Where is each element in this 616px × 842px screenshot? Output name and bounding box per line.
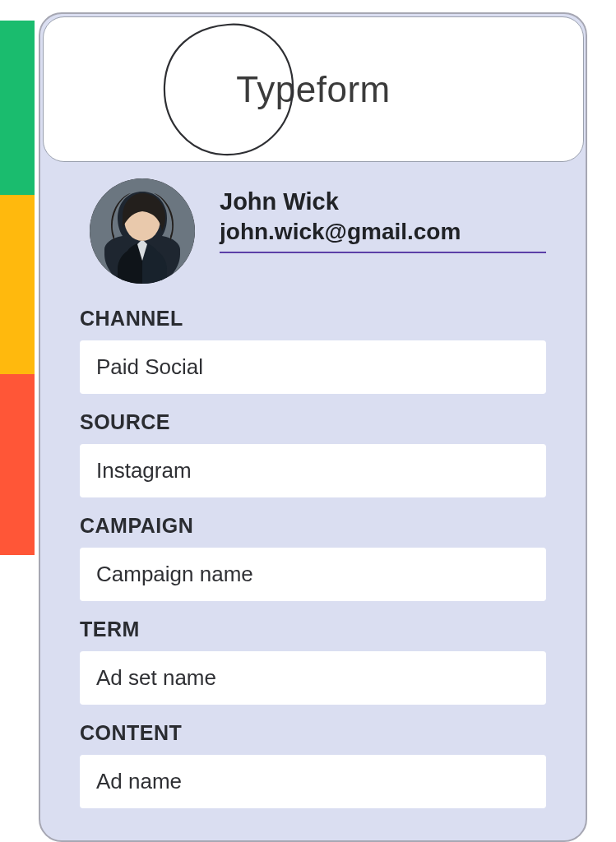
sidebar-color-tab-yellow[interactable]	[0, 195, 35, 376]
profile-name: John Wick	[220, 188, 546, 215]
avatar	[90, 178, 195, 284]
field-campaign: CAMPAIGN Campaign name	[80, 514, 546, 601]
field-channel-label: CHANNEL	[80, 307, 546, 331]
field-term-label: TERM	[80, 618, 546, 641]
main-card: Typeform	[39, 12, 587, 842]
field-source-value[interactable]: Instagram	[80, 444, 546, 497]
field-campaign-label: CAMPAIGN	[80, 514, 546, 538]
profile-row: John Wick john.wick@gmail.com	[80, 178, 546, 284]
field-channel-value[interactable]: Paid Social	[80, 340, 546, 394]
field-source-label: SOURCE	[80, 410, 546, 434]
logo-circle-icon	[158, 20, 298, 160]
body-area: John Wick john.wick@gmail.com CHANNEL Pa…	[40, 166, 586, 825]
field-source: SOURCE Instagram	[80, 410, 546, 497]
field-content-label: CONTENT	[80, 721, 546, 745]
profile-email: john.wick@gmail.com	[220, 219, 546, 253]
sidebar-color-tab-red[interactable]	[0, 374, 35, 555]
app-logo: Typeform	[236, 69, 390, 110]
profile-text: John Wick john.wick@gmail.com	[220, 178, 546, 253]
field-content: CONTENT Ad name	[80, 721, 546, 808]
field-term: TERM Ad set name	[80, 618, 546, 705]
header-card: Typeform	[43, 16, 584, 162]
sidebar-color-tab-green[interactable]	[0, 21, 35, 201]
field-channel: CHANNEL Paid Social	[80, 307, 546, 394]
field-campaign-value[interactable]: Campaign name	[80, 548, 546, 601]
field-term-value[interactable]: Ad set name	[80, 651, 546, 705]
field-content-value[interactable]: Ad name	[80, 755, 546, 808]
